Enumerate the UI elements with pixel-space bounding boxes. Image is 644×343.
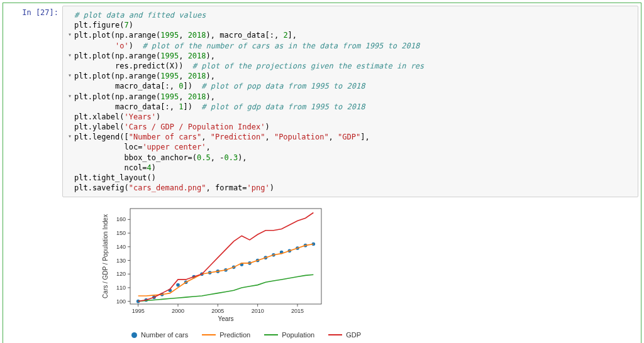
code-editor[interactable]: # plot data and fitted valuesplt.figure(… bbox=[62, 6, 638, 197]
svg-text:Cars / GDP / Population Index: Cars / GDP / Population Index bbox=[102, 214, 109, 298]
cell-body: # plot data and fitted valuesplt.figure(… bbox=[62, 4, 640, 342]
legend-label: GDP bbox=[346, 331, 361, 339]
legend-item-prediction: Prediction bbox=[202, 331, 250, 339]
legend-label: Number of cars bbox=[141, 331, 188, 339]
svg-text:2005: 2005 bbox=[211, 308, 224, 314]
line-icon bbox=[328, 334, 342, 335]
legend-label: Prediction bbox=[219, 331, 250, 339]
chart-legend: Number of cars Prediction Population GDP bbox=[131, 329, 361, 341]
svg-text:Years: Years bbox=[218, 315, 233, 322]
svg-text:2000: 2000 bbox=[172, 308, 184, 314]
legend-item-cars: Number of cars bbox=[131, 331, 188, 339]
legend-item-gdp: GDP bbox=[328, 331, 361, 339]
svg-text:120: 120 bbox=[116, 271, 126, 278]
chart-svg: 1001101201301401501601995200020052010201… bbox=[100, 204, 326, 323]
svg-text:1995: 1995 bbox=[132, 308, 145, 314]
svg-text:110: 110 bbox=[116, 285, 126, 291]
line-icon bbox=[264, 334, 278, 335]
legend-label: Population bbox=[282, 331, 314, 339]
line-icon bbox=[202, 334, 216, 335]
svg-text:140: 140 bbox=[116, 244, 126, 250]
input-prompt: In [27]: bbox=[4, 4, 62, 342]
output-chart: 1001101201301401501601995200020052010201… bbox=[100, 204, 361, 341]
dot-icon bbox=[131, 332, 137, 338]
notebook-cell: In [27]: # plot data and fitted valuespl… bbox=[3, 3, 641, 343]
svg-text:2015: 2015 bbox=[291, 308, 304, 314]
legend-item-population: Population bbox=[264, 331, 314, 339]
svg-text:2010: 2010 bbox=[252, 308, 264, 314]
svg-point-32 bbox=[176, 283, 180, 287]
svg-text:160: 160 bbox=[116, 217, 126, 223]
svg-text:130: 130 bbox=[116, 258, 126, 264]
svg-text:150: 150 bbox=[116, 230, 126, 236]
svg-text:100: 100 bbox=[116, 298, 126, 305]
